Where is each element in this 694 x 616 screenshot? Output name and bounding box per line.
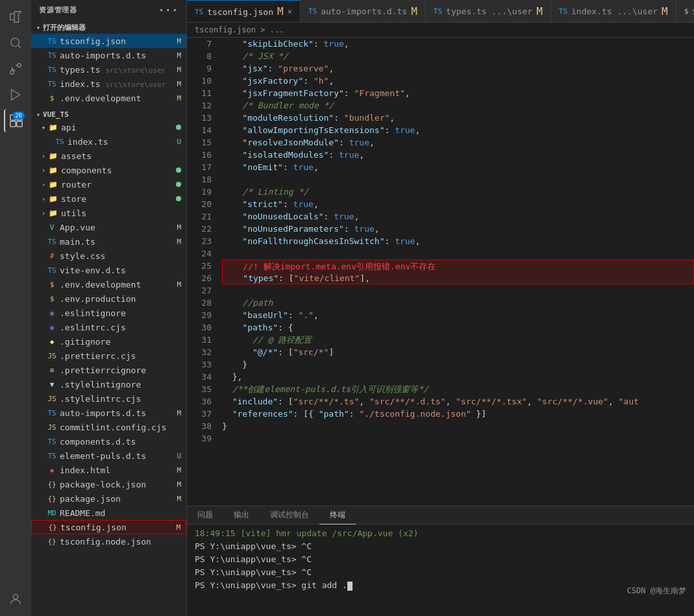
panel-tab-output[interactable]: 输出 xyxy=(223,506,260,524)
ts-icon: TS xyxy=(47,408,57,418)
git-icon: ◆ xyxy=(47,336,57,347)
svg-rect-7 xyxy=(17,121,22,127)
terminal-content[interactable]: 18:49:15 [vite] hmr update /src/App.vue … xyxy=(187,524,694,616)
tab-env[interactable]: $ $ ... xyxy=(676,0,694,23)
panel-tab-terminal[interactable]: 终端 xyxy=(319,506,356,524)
line-numbers: 7 8 9 10 11 12 13 14 15 16 17 18 19 20 2… xyxy=(187,38,219,445)
extensions-icon[interactable]: 20 xyxy=(4,109,27,132)
file-stylelintignore[interactable]: ▼ .stylelintignore xyxy=(31,377,186,391)
folder-icon: 📁 xyxy=(48,208,58,218)
open-editor-index[interactable]: TS index.ts src\store\user M xyxy=(31,77,186,91)
file-element-puls[interactable]: TS element-puls.d.ts U xyxy=(31,449,186,463)
file-stylelintrc[interactable]: JS .stylelintrc.cjs xyxy=(31,391,186,406)
file-gitignore[interactable]: ◆ .gitignore xyxy=(31,334,186,349)
tab-tsconfig[interactable]: TS tsconfig.json M × xyxy=(187,0,301,23)
panel-tab-issues[interactable]: 问题 xyxy=(187,506,223,524)
md-icon: MD xyxy=(47,508,57,518)
run-icon[interactable] xyxy=(4,83,27,106)
svg-rect-6 xyxy=(10,121,16,127)
terminal-line: PS Y:\uniapp\vue_ts> ^C xyxy=(195,566,686,579)
svg-point-8 xyxy=(13,595,18,599)
file-package-lock[interactable]: {} package-lock.json M xyxy=(31,477,186,491)
ts-icon: TS xyxy=(47,436,57,447)
terminal-line: 18:49:15 [vite] hmr update /src/App.vue … xyxy=(195,527,686,540)
file-maints[interactable]: TS main.ts M xyxy=(31,234,186,249)
file-prettierrcignore[interactable]: ≡ .prettierrcignore xyxy=(31,363,186,377)
folder-store[interactable]: › 📁 store xyxy=(31,191,186,206)
code-container: 7 8 9 10 11 12 13 14 15 16 17 18 19 20 2… xyxy=(187,38,694,445)
file-stylecss[interactable]: # style.css xyxy=(31,249,186,263)
open-editor-types[interactable]: TS types.ts src\store\user M xyxy=(31,62,186,77)
git-icon[interactable] xyxy=(4,57,27,80)
tab-index[interactable]: TS index.ts ...\user M xyxy=(551,0,676,23)
folder-utils[interactable]: › 📁 utils xyxy=(31,206,186,220)
file-eslintignore[interactable]: ◉ .eslintignore xyxy=(31,306,186,320)
file-packagejson[interactable]: {} package.json M xyxy=(31,491,186,506)
file-readme[interactable]: MD README.md xyxy=(31,506,186,520)
folder-api[interactable]: ▾ 📁 api xyxy=(31,120,186,134)
js-icon: JS xyxy=(47,422,57,432)
highlight-line-26: "types": ["vite/client"], xyxy=(222,272,694,284)
ts-icon: TS xyxy=(47,236,57,247)
eslint-icon: ◉ xyxy=(47,322,57,332)
tab-types[interactable]: TS types.ts ...\user M xyxy=(426,0,551,23)
terminal-line: PS Y:\uniapp\vue_ts> git add . xyxy=(195,579,686,592)
file-indexhtml[interactable]: ◈ index.html M xyxy=(31,463,186,477)
open-editor-tsconfig[interactable]: TS tsconfig.json M xyxy=(31,34,186,48)
file-envprod[interactable]: $ .env.production xyxy=(31,291,186,306)
file-api-index[interactable]: TS index.ts U xyxy=(31,134,186,149)
vue-icon: V xyxy=(47,222,57,232)
terminal-line: PS Y:\uniapp\vue_ts> ^C xyxy=(195,540,686,553)
file-eslintrc[interactable]: ◉ .eslintrc.cjs xyxy=(31,320,186,334)
vue-ts-section[interactable]: ▾ VUE_TS xyxy=(31,108,186,120)
svg-marker-3 xyxy=(12,90,20,101)
files-icon[interactable] xyxy=(4,5,27,29)
accounts-icon[interactable] xyxy=(4,587,27,611)
file-tsconfig[interactable]: {} tsconfig.json M xyxy=(31,520,186,534)
eslint-icon: ◉ xyxy=(47,308,57,318)
env-icon: $ xyxy=(47,93,57,103)
file-commitlint[interactable]: JS commitlint.config.cjs xyxy=(31,420,186,434)
breadcrumb: tsconfig.json > ... xyxy=(187,23,694,38)
main-area: TS tsconfig.json M × TS auto-imports.d.t… xyxy=(187,0,694,616)
json-icon: {} xyxy=(47,479,57,489)
folder-icon: 📁 xyxy=(48,179,58,190)
file-auto-imports[interactable]: TS auto-imports.d.ts M xyxy=(31,406,186,420)
ts-icon: TS xyxy=(55,136,65,147)
svg-point-1 xyxy=(10,71,14,75)
ts-icon: TS xyxy=(47,36,57,46)
panel-tab-debug[interactable]: 调试控制台 xyxy=(260,506,319,524)
ts-icon: TS xyxy=(47,50,57,60)
sidebar-menu-icon[interactable]: ··· xyxy=(158,4,179,16)
folder-router[interactable]: › 📁 router xyxy=(31,177,186,191)
file-envdev[interactable]: $ .env.development M xyxy=(31,277,186,291)
open-editor-auto-imports[interactable]: TS auto-imports.d.ts M xyxy=(31,48,186,62)
folder-components[interactable]: › 📁 components xyxy=(31,163,186,177)
file-componentsdts[interactable]: TS components.d.ts xyxy=(31,434,186,449)
ts-icon: TS xyxy=(47,265,57,275)
search-icon[interactable] xyxy=(4,31,27,55)
json-icon: {} xyxy=(47,536,57,547)
file-prettierrc[interactable]: JS .prettierrc.cjs xyxy=(31,349,186,363)
panel-tabs: 问题 输出 调试控制台 终端 xyxy=(187,506,694,524)
folder-icon: 📁 xyxy=(48,193,58,204)
tab-auto-imports[interactable]: TS auto-imports.d.ts M xyxy=(301,0,426,23)
folder-icon: 📁 xyxy=(48,165,58,175)
json-icon: {} xyxy=(47,493,57,504)
svg-point-2 xyxy=(18,64,21,68)
sidebar: 资源管理器 ··· ▾ 打开的编辑器 TS tsconfig.json M TS… xyxy=(31,0,187,616)
css-icon: # xyxy=(47,251,57,261)
open-editor-env[interactable]: $ .env.development M xyxy=(31,91,186,105)
close-tab-icon[interactable]: × xyxy=(288,7,292,16)
file-appvue[interactable]: V App.vue M xyxy=(31,220,186,234)
ts-icon: TS xyxy=(47,79,57,89)
open-editors-section[interactable]: ▾ 打开的编辑器 xyxy=(31,20,186,34)
file-viteenv[interactable]: TS vite-env.d.ts xyxy=(31,263,186,277)
folder-icon: 📁 xyxy=(48,151,58,161)
editor-area[interactable]: 7 8 9 10 11 12 13 14 15 16 17 18 19 20 2… xyxy=(187,38,694,506)
ts-icon: TS xyxy=(47,64,57,75)
file-icon: ▼ xyxy=(47,379,57,389)
folder-assets[interactable]: › 📁 assets xyxy=(31,149,186,163)
folder-icon: 📁 xyxy=(48,122,58,132)
file-tsconfig-node[interactable]: {} tsconfig.node.json xyxy=(31,534,186,548)
